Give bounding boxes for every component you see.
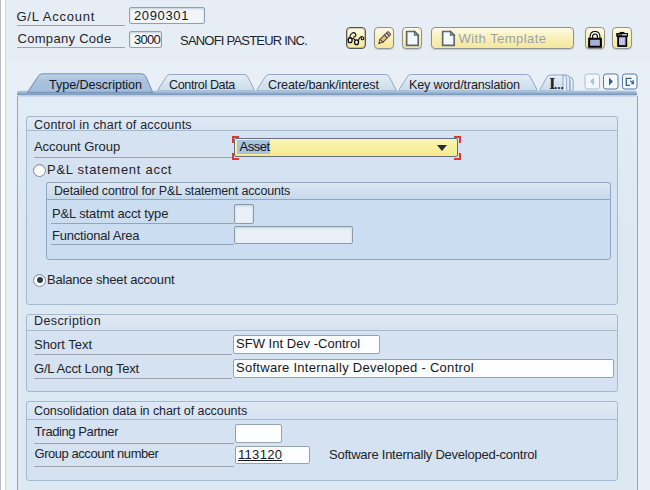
svg-text:Create/bank/interest: Create/bank/interest bbox=[268, 78, 379, 92]
svg-text:Key word/translation: Key word/translation bbox=[409, 78, 520, 92]
svg-text:...: ... bbox=[554, 77, 564, 92]
svg-text:Control Data: Control Data bbox=[169, 78, 235, 92]
svg-text:Type/Description: Type/Description bbox=[49, 78, 142, 92]
